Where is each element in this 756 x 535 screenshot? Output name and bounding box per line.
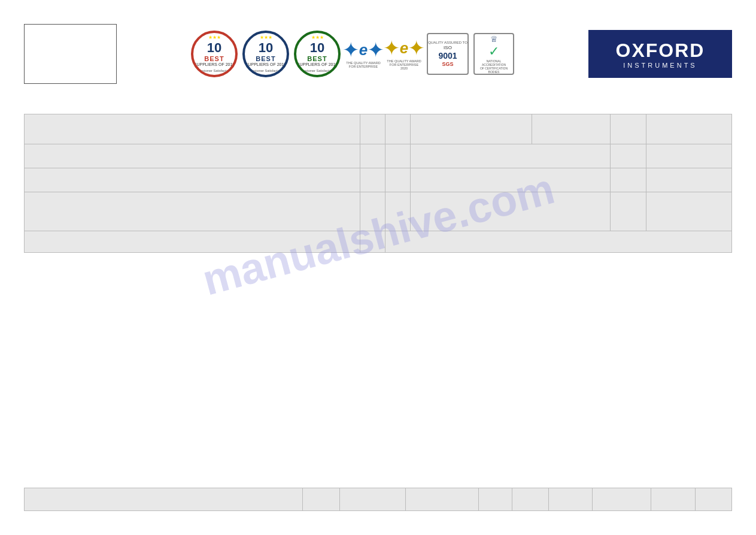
badge-suppliers-3: SUPPLIERS OF 2019: [297, 62, 338, 67]
footer-cell: [405, 488, 478, 511]
table-cell: [610, 168, 646, 192]
e-wing-gold-r: ✦: [408, 38, 425, 58]
footer-cell: [695, 488, 731, 511]
table-cell: [25, 114, 360, 144]
star-icon-3: ★★★: [311, 35, 324, 40]
star-icon: ★★★: [208, 35, 221, 40]
e-badge-text-gold: THE QUALITY AWARDFOR ENTERPRISE 2020: [386, 59, 422, 70]
table-row: [25, 168, 732, 192]
table-cell: [532, 114, 610, 144]
footer-cell: [593, 488, 651, 511]
footer-cell: [339, 488, 405, 511]
badge-10best-3: ★★★ 10 BEST SUPPLIERS OF 2019 Customer S…: [294, 31, 341, 77]
table-cell: [360, 168, 385, 192]
main-table: [24, 114, 732, 253]
table-cell: [385, 114, 410, 144]
table-row: [25, 114, 732, 144]
table-cell: [610, 144, 646, 168]
iso-top-text: QUALITY ASSURED TO: [428, 41, 467, 44]
footer-section: [24, 488, 732, 511]
table-cell: [610, 192, 646, 231]
table-cell: [646, 114, 731, 144]
oxford-text: OXFORD: [616, 40, 705, 62]
footer-cell: [548, 488, 592, 511]
table-row: [25, 192, 732, 231]
iso-sgs: SGS: [442, 61, 453, 67]
badge-satisfaction-3: Customer Satisfaction: [296, 69, 338, 72]
e-wing-blue: ✦: [342, 40, 359, 60]
iso-number: 9001: [438, 51, 457, 61]
e-badge-text-blue: THE QUALITY AWARDFOR ENTERPRISE: [346, 61, 380, 68]
accreditation-badge: ♕ ✓ NATIONALACCREDITATIONOF CERTIFICATIO…: [473, 33, 514, 75]
table-cell: [646, 168, 731, 192]
table-cell: [385, 231, 731, 253]
table-cell: [410, 114, 532, 144]
oxford-logo: OXFORD INSTRUMENTS: [588, 30, 732, 78]
table-cell: [385, 168, 410, 192]
badge-best-2: BEST: [245, 55, 286, 62]
accreditation-text: NATIONALACCREDITATIONOF CERTIFICATIONBOD…: [480, 59, 508, 74]
table-cell: [360, 192, 385, 231]
table-cell: [410, 168, 610, 192]
badge-suppliers-2: SUPPLIERS OF 2019: [245, 62, 286, 67]
table-cell: [360, 231, 385, 253]
e-letter-gold: e: [400, 39, 408, 58]
badge-10best-1: ★★★ 10 BEST SUPPLIERS OF 2019 Customer S…: [191, 31, 238, 77]
table-cell: [360, 114, 385, 144]
badge-number-2: 10: [245, 41, 286, 55]
header: ★★★ 10 BEST SUPPLIERS OF 2019 Customer S…: [0, 0, 756, 108]
badge-satisfaction-2: Customer Satisfaction: [245, 69, 287, 72]
table-cell: [410, 192, 610, 231]
badges-area: ★★★ 10 BEST SUPPLIERS OF 2019 Customer S…: [129, 31, 576, 77]
badge-best-1: BEST: [194, 55, 235, 62]
logo-box: [24, 24, 117, 84]
table-cell: [25, 231, 360, 253]
table-cell: [646, 192, 731, 231]
oxford-sub-text: INSTRUMENTS: [623, 62, 697, 69]
star-icon-2: ★★★: [260, 35, 272, 40]
table-cell: [385, 144, 410, 168]
table-cell: [25, 192, 360, 231]
table-cell: [25, 144, 360, 168]
e-badge-blue: ✦ e ✦ THE QUALITY AWARDFOR ENTERPRISE: [345, 40, 381, 68]
iso-badge: QUALITY ASSURED TO ISO 9001 SGS: [427, 33, 469, 75]
badge-number-3: 10: [297, 41, 338, 55]
footer-cell: [303, 488, 339, 511]
table-cell: [25, 168, 360, 192]
footer-table: [24, 488, 732, 511]
table-row: [25, 231, 732, 253]
table-row: [25, 144, 732, 168]
iso-label: ISO: [444, 45, 452, 50]
table-cell: [410, 144, 610, 168]
table-cell: [646, 144, 731, 168]
footer-cell: [651, 488, 695, 511]
e-badge-gold: ✦ e ✦ THE QUALITY AWARDFOR ENTERPRISE 20…: [386, 38, 422, 70]
footer-cell: [25, 488, 303, 511]
e-wing-blue-r: ✦: [368, 40, 384, 60]
footer-row: [25, 488, 732, 511]
footer-cell: [479, 488, 512, 511]
badge-best-3: BEST: [297, 55, 338, 62]
table-cell: [385, 192, 410, 231]
main-table-section: [0, 114, 756, 253]
badge-10best-2: ★★★ 10 BEST SUPPLIERS OF 2019 Customer S…: [242, 31, 289, 77]
badge-satisfaction-1: Customer Satisfaction: [193, 69, 235, 72]
e-wing-gold: ✦: [383, 38, 400, 58]
e-letter-blue: e: [359, 41, 368, 59]
table-cell: [610, 114, 646, 144]
table-cell: [360, 144, 385, 168]
footer-cell: [512, 488, 548, 511]
badge-number-1: 10: [194, 41, 235, 55]
crown-icon: ♕: [490, 34, 498, 44]
badge-suppliers-1: SUPPLIERS OF 2019: [194, 62, 235, 67]
checkmark-icon: ✓: [488, 45, 499, 58]
